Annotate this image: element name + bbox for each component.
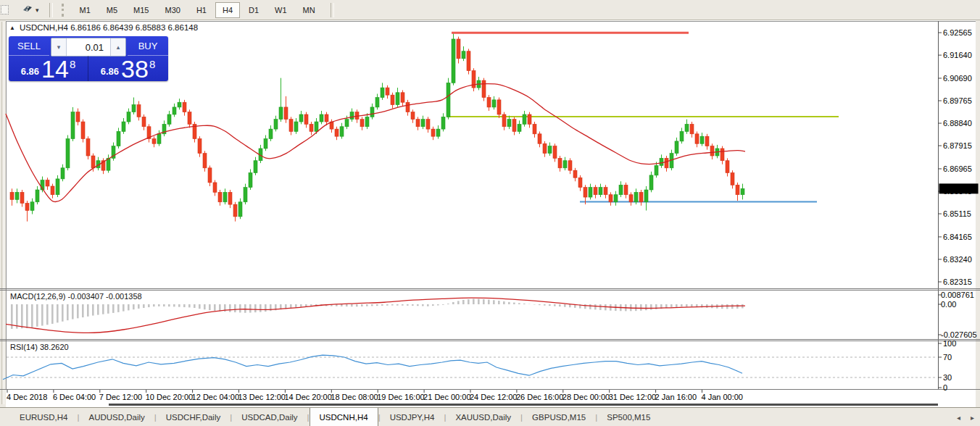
sell-button[interactable]: SELL — [9, 36, 49, 56]
tab-usdcad-daily[interactable]: USDCAD,Daily — [232, 408, 307, 426]
tabs-container: EURUSD,H4|AUDUSD,Daily|USDCHF,Daily|USDC… — [10, 408, 660, 426]
buy-price[interactable]: 6.86 38 8 — [88, 56, 167, 81]
svg-text:18 Dec 08:00: 18 Dec 08:00 — [331, 393, 378, 401]
toolbar-grip[interactable] — [62, 4, 66, 17]
one-click-trading-panel: SELL ▾ ▴ BUY 6.86 14 8 6.86 38 8 — [9, 36, 168, 81]
svg-text:12 Dec 04:00: 12 Dec 04:00 — [192, 393, 239, 401]
svg-text:14 Dec 20:00: 14 Dec 20:00 — [284, 393, 331, 401]
tab-scroll-right-icon[interactable]: ▸ — [971, 414, 974, 422]
timeframe-buttons: M1M5M15M30H1H4D1W1MN — [72, 2, 323, 18]
buy-price-big: 38 — [121, 58, 149, 80]
tabbar-left-pad — [0, 408, 10, 426]
rsi-label: RSI(14) 38.2620 — [10, 343, 69, 351]
svg-text:100: 100 — [943, 339, 956, 348]
mt4-window: ▾ M1M5M15M30H1H4D1W1MN 6.925656.916406.9… — [0, 0, 980, 426]
macd-label: MACD(12,26,9) -0.003407 -0.001358 — [10, 292, 142, 301]
svg-text:6.85115: 6.85115 — [943, 209, 971, 218]
h-scrollbar-thumb[interactable] — [109, 404, 938, 406]
svg-text:28 Dec 00:00: 28 Dec 00:00 — [562, 393, 610, 401]
svg-text:6.90690: 6.90690 — [943, 74, 972, 83]
svg-text:2 Jan 16:00: 2 Jan 16:00 — [655, 393, 697, 401]
chevron-down-icon[interactable]: ▾ — [36, 7, 39, 14]
svg-text:0.00: 0.00 — [941, 300, 956, 309]
svg-text:0: 0 — [943, 383, 947, 392]
svg-text:70: 70 — [943, 353, 952, 362]
tab-usdchf-daily[interactable]: USDCHF,Daily — [157, 408, 230, 426]
svg-text:7 Dec 12:00: 7 Dec 12:00 — [99, 393, 142, 401]
timeframe-m5[interactable]: M5 — [99, 2, 125, 18]
svg-text:6.83240: 6.83240 — [943, 255, 972, 264]
svg-text:6 Dec 04:00: 6 Dec 04:00 — [53, 393, 96, 401]
tab-usdjpy-h4[interactable]: USDJPY,H4 — [381, 408, 444, 426]
svg-text:0.008761: 0.008761 — [941, 291, 974, 299]
tab-xauusd-daily[interactable]: XAUUSD,Daily — [446, 408, 520, 426]
toolbar-separator — [49, 3, 53, 17]
tab-scroll-controls: ◂ ▸ — [957, 408, 974, 426]
new-order-button[interactable]: ▾ — [19, 1, 42, 19]
svg-text:6.89765: 6.89765 — [943, 96, 972, 105]
timeframe-m30[interactable]: M30 — [158, 2, 188, 18]
svg-text:21 Dec 00:00: 21 Dec 00:00 — [423, 393, 470, 401]
volume-input[interactable] — [67, 38, 110, 56]
svg-text:6.82315: 6.82315 — [943, 277, 972, 286]
chart-area: 6.925656.916406.906906.897656.888406.879… — [0, 20, 980, 407]
buy-price-prefix: 6.86 — [101, 66, 119, 77]
panel-collapse-arrow[interactable]: ▲ — [9, 25, 15, 31]
sell-price-big: 14 — [41, 58, 69, 80]
svg-text:13 Dec 12:00: 13 Dec 12:00 — [238, 393, 286, 401]
svg-text:10 Dec 20:00: 10 Dec 20:00 — [146, 393, 193, 401]
tab-sp500-m15[interactable]: SP500,M15 — [597, 408, 660, 426]
marquee-icon[interactable] — [1, 5, 9, 14]
timeframe-mn[interactable]: MN — [296, 2, 323, 18]
svg-text:31 Dec 12:00: 31 Dec 12:00 — [609, 393, 656, 401]
symbol-tabbar: EURUSD,H4|AUDUSD,Daily|USDCHF,Daily|USDC… — [0, 407, 980, 426]
sell-price[interactable]: 6.86 14 8 — [9, 56, 88, 81]
buy-button[interactable]: BUY — [128, 36, 168, 56]
tab-audusd-daily[interactable]: AUDUSD,Daily — [79, 408, 154, 426]
tab-eurusd-h4[interactable]: EURUSD,H4 — [10, 408, 77, 426]
svg-text:24 Dec 12:00: 24 Dec 12:00 — [470, 393, 517, 401]
sell-price-prefix: 6.86 — [21, 66, 39, 77]
timeframe-m1[interactable]: M1 — [72, 2, 98, 18]
chart-title-text: USDCNH,H4 6.86186 6.86439 6.85883 6.8614… — [20, 23, 198, 32]
timeframe-w1[interactable]: W1 — [267, 2, 294, 18]
order-arrows-icon — [22, 4, 33, 17]
svg-text:4 Dec 2018: 4 Dec 2018 — [7, 393, 47, 401]
current-price-badge: 6.86148 — [939, 183, 979, 193]
tab-gbpusd-m15[interactable]: GBPUSD,M15 — [523, 408, 595, 426]
svg-text:6.86965: 6.86965 — [943, 164, 972, 173]
svg-text:6.92565: 6.92565 — [943, 28, 972, 37]
chart-title: ▲ USDCNH,H4 6.86186 6.86439 6.85883 6.86… — [9, 23, 198, 32]
tab-usdcnh-h4[interactable]: USDCNH,H4 — [310, 408, 378, 426]
timeframe-h1[interactable]: H1 — [189, 2, 214, 18]
sell-price-sup: 8 — [70, 58, 75, 70]
svg-text:30: 30 — [943, 373, 952, 382]
timeframe-m15[interactable]: M15 — [126, 2, 156, 18]
volume-stepper: ▾ ▴ — [51, 38, 126, 57]
toolbar: ▾ M1M5M15M30H1H4D1W1MN — [0, 0, 980, 20]
svg-text:19 Dec 16:00: 19 Dec 16:00 — [377, 393, 424, 401]
tab-scroll-left-icon[interactable]: ◂ — [957, 414, 960, 422]
svg-text:6.88840: 6.88840 — [943, 119, 972, 128]
buy-price-sup: 8 — [149, 58, 155, 70]
svg-text:6.84165: 6.84165 — [943, 233, 972, 241]
toolbar-separator-2 — [331, 3, 334, 17]
svg-text:26 Dec 16:00: 26 Dec 16:00 — [516, 393, 563, 401]
timeframe-h4[interactable]: H4 — [215, 2, 240, 18]
timeframe-d1[interactable]: D1 — [241, 2, 266, 18]
svg-text:-0.027605: -0.027605 — [941, 330, 977, 339]
volume-increase-button[interactable]: ▴ — [110, 38, 125, 56]
volume-decrease-button[interactable]: ▾ — [51, 38, 67, 56]
svg-text:6.91640: 6.91640 — [943, 51, 972, 59]
svg-text:6.87915: 6.87915 — [943, 141, 972, 150]
svg-text:4 Jan 00:00: 4 Jan 00:00 — [702, 393, 744, 401]
svg-text:6.86148: 6.86148 — [942, 184, 971, 193]
